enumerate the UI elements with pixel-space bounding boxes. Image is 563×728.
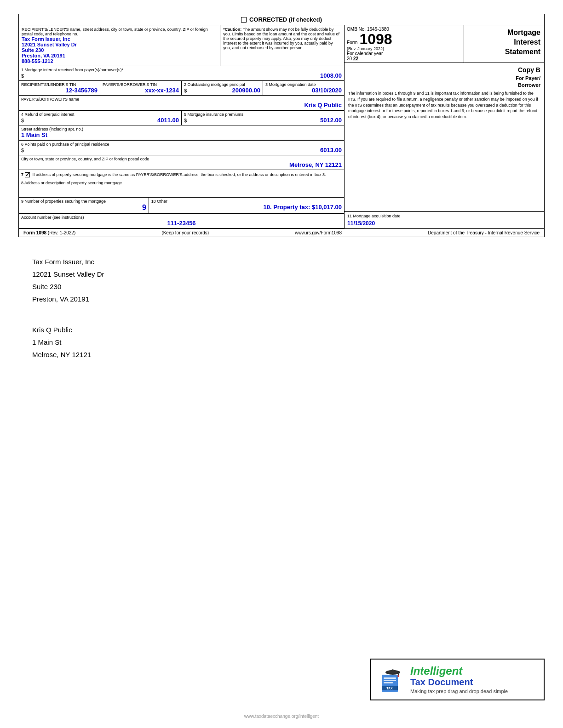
box4-value: 4011.00 <box>157 117 179 124</box>
form-body: RECIPIENT'S/LENDER'S name, street addres… <box>19 25 544 228</box>
statement-line1: Mortgage <box>468 28 540 38</box>
logo-section: TAX Intelligent Tax Document Making tax … <box>370 659 545 700</box>
payer-tin-value: xxx-xx-1234 <box>103 87 179 94</box>
box10-value: 10. Property tax: $10,017.00 <box>151 204 342 210</box>
box2-label: 2 Outstanding mortgage principal <box>184 82 260 87</box>
account-row: Account number (see instructions) 111-23… <box>19 214 344 228</box>
svg-rect-8 <box>398 672 399 676</box>
statement-line3: Statement <box>468 47 540 57</box>
form-number-row: Form 1098 <box>347 32 461 46</box>
box9-value: 9 <box>21 204 146 212</box>
box1-value: 1008.00 <box>320 72 342 79</box>
logo-title-line2: Tax Document <box>410 677 508 687</box>
issuer-phone: 888-555-1212 <box>22 58 217 64</box>
recipient-tin-label: RECIPIENT'S/LENDER'S TIN <box>21 82 98 87</box>
calendar-year-value: 22 <box>353 56 358 61</box>
box10-label: 10 Other <box>151 199 342 204</box>
box7-label: 7 <box>21 172 25 177</box>
logo-title-line1: Intelligent <box>410 665 462 677</box>
page: CORRECTED (if checked) RECIPIENT'S/LENDE… <box>0 0 563 728</box>
box2-value-row: $ 200900.00 <box>184 87 260 94</box>
form-number: 1098 <box>359 32 392 46</box>
box8-label: 8 Address or description of property sec… <box>21 181 342 185</box>
box10-cell: 10 Other 10. Property tax: $10,017.00 <box>149 198 344 213</box>
copy-b-text: The information in boxes 1 through 9 and… <box>348 91 540 119</box>
box3-cell: 3 Mortgage origination date 03/10/2020 <box>263 81 344 95</box>
svg-rect-1 <box>384 677 396 679</box>
recipient-addr-line1: Kris Q Public <box>32 324 545 336</box>
box2-cell: 2 Outstanding mortgage principal $ 20090… <box>182 81 263 95</box>
box11-value: 11/15/2020 <box>347 220 541 227</box>
issuer-address2: Suite 230 <box>22 47 217 53</box>
box11-label: 11 Mortgage acquisition date <box>347 214 541 218</box>
box8-row: 8 Address or description of property sec… <box>19 179 344 198</box>
statement-line2: Interest <box>468 38 540 47</box>
middle-addr-line3: Suite 230 <box>32 280 545 293</box>
box5-value: 5012.00 <box>320 117 342 124</box>
box6-dollar: $ <box>21 148 24 153</box>
box1-value-row: $ 1008.00 <box>21 72 342 79</box>
box4-value-row: $ 4011.00 <box>21 117 179 124</box>
box9-cell: 9 Number of properties securing the mort… <box>19 198 149 213</box>
footer-keep: (Keep for your records) <box>161 230 209 235</box>
middle-addr-line2: 12021 Sunset Valley Dr <box>32 268 545 280</box>
payer-name-value-cell: Kris Q Public <box>21 102 342 108</box>
box7-checkbox <box>25 172 30 177</box>
caution-label: *Caution: <box>223 27 241 32</box>
svg-rect-3 <box>384 682 393 683</box>
caution-block: *Caution: The amount shown may not be fu… <box>220 25 344 66</box>
box6-label: 6 Points paid on purchase of principal r… <box>21 142 342 147</box>
box4-label: 4 Refund of overpaid interest <box>21 112 179 117</box>
box6-value: 6013.00 <box>320 147 342 154</box>
street-label: Street address (including apt. no.) <box>21 127 342 131</box>
box5-dollar: $ <box>184 118 187 123</box>
box3-value: 03/10/2020 <box>265 87 342 94</box>
box2-value: 200900.00 <box>232 87 260 94</box>
form-1098: CORRECTED (if checked) RECIPIENT'S/LENDE… <box>18 14 545 237</box>
recipient-tin-cell: RECIPIENT'S/LENDER'S TIN 12-3456789 <box>19 81 100 95</box>
calendar-year-block: For calendar year 20 22 <box>347 51 461 61</box>
payer-name-row: PAYER'S/BORROWER'S name Kris Q Public <box>19 96 344 110</box>
omb-info-col: OMB No. 1545-1380 Form 1098 (Rev. Januar… <box>345 25 464 63</box>
box5-value-row: $ 5012.00 <box>184 117 342 124</box>
box4-cell: 4 Refund of overpaid interest $ 4011.00 <box>19 111 182 125</box>
box9-label: 9 Number of properties securing the mort… <box>21 199 146 204</box>
issuer-name: Tax Form Issuer, Inc <box>22 36 217 42</box>
rev-date: (Rev. January 2022) <box>347 46 461 51</box>
payer-name-label: PAYER'S/BORROWER'S name <box>21 97 342 102</box>
payer-tin-cell: PAYER'S/BORROWER'S TIN xxx-xx-1234 <box>100 81 182 95</box>
issuer-address1: 12021 Sunset Valley Dr <box>22 42 217 47</box>
website-footer: www.taxdataexchange.org/intelligent <box>0 714 563 719</box>
copy-b-subtitle2: Borrower <box>348 82 540 89</box>
box4-dollar: $ <box>21 118 24 123</box>
statement-title: Mortgage Interest Statement <box>464 25 544 63</box>
copy-b-title: Copy B <box>348 66 540 75</box>
omb-top-row: OMB No. 1545-1380 Form 1098 (Rev. Januar… <box>345 25 544 63</box>
payer-name-value: Kris Q Public <box>21 102 342 108</box>
logo-title-row: Intelligent <box>410 665 508 677</box>
svg-text:TAX: TAX <box>386 687 393 690</box>
middle-addr-line1: Tax Form Issuer, Inc <box>32 256 545 268</box>
recipient-addr-line3: Melrose, NY 12121 <box>32 348 545 361</box>
corrected-checkbox <box>241 17 247 23</box>
box45-row: 4 Refund of overpaid interest $ 4011.00 … <box>19 110 344 125</box>
street-box6: 1 Main St <box>21 131 342 138</box>
box910-row: 9 Number of properties securing the mort… <box>19 198 344 214</box>
box1-row: 1 Mortgage interest received from payer(… <box>19 66 344 81</box>
corrected-label: CORRECTED (if checked) <box>249 16 322 23</box>
middle-addr-line4: Preston, VA 20191 <box>32 293 545 305</box>
account-value: 111-23456 <box>21 220 342 227</box>
footer-form-number: Form 1098 (Rev. 1-2022) <box>23 230 75 235</box>
street-row: Street address (including apt. no.) 1 Ma… <box>19 125 344 140</box>
logo-icon: TAX <box>378 665 406 693</box>
website-url: www.taxdataexchange.org/intelligent <box>244 714 319 719</box>
svg-point-9 <box>397 675 399 677</box>
recipient-main: RECIPIENT'S/LENDER'S name, street addres… <box>19 25 220 66</box>
copy-b-section: Copy B For Payer/ Borrower The informati… <box>345 63 544 211</box>
box5-cell: 5 Mortgage insurance premiums $ 5012.00 <box>182 111 344 125</box>
box1-label: 1 Mortgage interest received from payer(… <box>21 68 342 72</box>
box3-label: 3 Mortgage origination date <box>265 82 342 87</box>
copy-b-subtitle: For Payer/ <box>348 75 540 82</box>
tin-row: RECIPIENT'S/LENDER'S TIN 12-3456789 PAYE… <box>19 81 344 96</box>
payer-tin-label: PAYER'S/BORROWER'S TIN <box>103 82 179 87</box>
